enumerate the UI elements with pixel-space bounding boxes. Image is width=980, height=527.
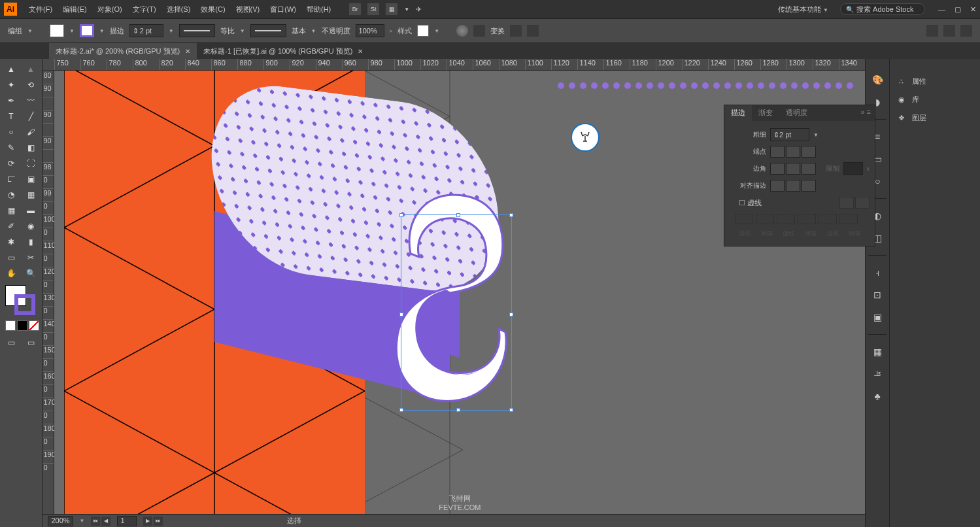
panel-tab-gradient[interactable]: 渐变 (752, 105, 779, 121)
symbols-panel-icon[interactable]: ♣ (870, 388, 885, 404)
bridge-icon[interactable]: Br (349, 3, 361, 15)
recolor-icon[interactable] (456, 25, 468, 37)
screen-mode-full[interactable]: ▭ (21, 335, 41, 350)
cap-butt-button[interactable] (770, 146, 785, 158)
menu-object[interactable]: 对象(O) (92, 5, 127, 14)
next-page-button[interactable]: ▶ (143, 517, 152, 526)
align-outside-button[interactable] (802, 180, 816, 192)
menu-file[interactable]: 文件(F) (24, 5, 58, 14)
close-tab-icon[interactable]: ✕ (185, 48, 190, 55)
corner-bevel-button[interactable] (802, 163, 816, 175)
grid-icon[interactable] (926, 25, 938, 37)
opacity-input[interactable]: 100% (356, 24, 384, 37)
panel-tab-transparency[interactable]: 透明度 (779, 105, 814, 121)
selection-bounding-box[interactable] (401, 214, 512, 411)
last-page-button[interactable]: ⏭ (154, 517, 163, 526)
scale-tool[interactable]: ⛶ (21, 156, 41, 171)
layers-panel-button[interactable]: ❖ 图层 (890, 109, 980, 127)
align-panel-icon[interactable]: ⫞ (870, 265, 885, 280)
symbol-sprayer-tool[interactable]: ✱ (1, 234, 21, 250)
direct-selection-tool[interactable]: ▲ (21, 61, 41, 77)
menu-view[interactable]: 视图(V) (231, 5, 265, 14)
menu-edit[interactable]: 编辑(E) (58, 5, 92, 14)
corner-miter-button[interactable] (770, 163, 785, 175)
tab-doc-1[interactable]: 未标题-2.ai* @ 200% (RGB/GPU 预览)✕ (49, 43, 197, 59)
page-input[interactable]: 1 (117, 516, 137, 526)
eraser-tool[interactable]: ◧ (21, 140, 41, 156)
panel-menu-icon[interactable]: » ≡ (856, 105, 875, 121)
zoom-tool[interactable]: 🔍 (21, 265, 41, 281)
ellipse-tool[interactable]: ○ (1, 124, 21, 140)
mesh-tool[interactable]: ▦ (1, 203, 21, 218)
prefs-icon[interactable] (960, 25, 972, 37)
width-tool[interactable]: ⫍ (1, 171, 21, 187)
prev-page-button[interactable]: ◀ (101, 517, 110, 526)
arrow-down-icon[interactable]: ▼ (404, 7, 409, 12)
minimize-icon[interactable]: — (938, 5, 945, 14)
gpu-icon[interactable]: ✈ (416, 5, 422, 14)
swatches-panel-icon[interactable]: ▦ (870, 344, 885, 360)
color-mode-color[interactable] (5, 320, 16, 331)
shape-builder-tool[interactable]: ◔ (1, 187, 21, 203)
dropdown-icon[interactable]: ▼ (813, 132, 819, 138)
snap-icon[interactable] (943, 25, 955, 37)
transform-panel-icon[interactable]: ⊡ (870, 287, 885, 303)
isolate-icon[interactable] (510, 25, 522, 37)
corner-round-button[interactable] (786, 163, 800, 175)
pathfinder-icon[interactable]: ▣ (870, 309, 885, 325)
color-mode-gradient[interactable] (17, 320, 27, 331)
curvature-tool[interactable]: 〰 (21, 93, 41, 109)
stroke-weight-input[interactable]: ⇕ 2 pt (129, 24, 163, 37)
gap-input-3[interactable] (839, 214, 858, 224)
free-transform-tool[interactable]: ▣ (21, 171, 41, 187)
magic-wand-tool[interactable]: ✦ (1, 77, 21, 93)
miter-limit-input[interactable] (843, 162, 863, 175)
gap-input-2[interactable] (798, 214, 816, 224)
search-input[interactable]: 🔍 搜索 Adobe Stock (840, 3, 925, 15)
transform-label[interactable]: 变换 (490, 26, 505, 36)
align-inside-button[interactable] (786, 180, 800, 192)
libraries-panel-button[interactable]: ◉ 库 (890, 90, 980, 109)
dash-input-1[interactable] (735, 214, 753, 224)
paintbrush-tool[interactable]: 🖌 (21, 124, 41, 140)
close-tab-icon[interactable]: ✕ (358, 48, 363, 55)
edit-icon[interactable] (527, 25, 539, 37)
stroke-swatch[interactable] (80, 24, 94, 37)
dash-checkbox[interactable]: ☐ 虚线 (739, 198, 762, 208)
rotate-tool[interactable]: ⟳ (1, 156, 21, 171)
align-icon[interactable] (473, 25, 485, 37)
artboard-tool[interactable]: ▭ (1, 250, 21, 265)
first-page-button[interactable]: ⏮ (91, 517, 100, 526)
slice-tool[interactable]: ✂ (21, 250, 41, 265)
brush-def[interactable] (250, 24, 286, 37)
cap-round-button[interactable] (786, 146, 800, 158)
stroke-profile[interactable] (179, 24, 215, 37)
dash-align-button[interactable] (855, 197, 870, 209)
graph-tool[interactable]: ▮ (21, 234, 41, 250)
brushes-panel-icon[interactable]: ⫡ (870, 366, 885, 382)
dropdown-icon[interactable]: ▼ (27, 28, 33, 34)
style-swatch[interactable] (417, 25, 429, 37)
align-center-button[interactable] (770, 180, 785, 192)
fill-swatch[interactable] (50, 24, 64, 37)
menu-type[interactable]: 文字(T) (127, 5, 161, 14)
gap-input-1[interactable] (756, 214, 774, 224)
lasso-tool[interactable]: ⟲ (21, 77, 41, 93)
perspective-tool[interactable]: ▦ (21, 187, 41, 203)
arrange-icon[interactable]: ▦ (386, 3, 397, 15)
shaper-tool[interactable]: ✎ (1, 140, 21, 156)
blend-tool[interactable]: ◉ (21, 218, 41, 234)
selection-tool[interactable]: ▲ (1, 61, 21, 77)
gradient-tool[interactable]: ▬ (21, 203, 41, 218)
fill-stroke-control[interactable] (5, 285, 38, 318)
menu-effect[interactable]: 效果(C) (195, 5, 230, 14)
color-palette-icon[interactable]: 🎨 (870, 72, 885, 88)
maximize-icon[interactable]: ▢ (955, 5, 961, 14)
menu-select[interactable]: 选择(S) (161, 5, 196, 14)
properties-panel-button[interactable]: ⛬ 属性 (890, 72, 980, 90)
panel-tab-stroke[interactable]: 描边 (724, 105, 752, 121)
tab-doc-2[interactable]: 未标题-1 [已恢复].ai @ 100% (RGB/GPU 预览)✕ (197, 43, 369, 59)
stock-icon[interactable]: St (367, 3, 379, 15)
stroke-panel[interactable]: 描边 渐变 透明度 » ≡ 粗细 ⇕ 2 pt ▼ 端点 边角 限制 (724, 105, 875, 246)
dash-preserve-button[interactable] (839, 197, 854, 209)
